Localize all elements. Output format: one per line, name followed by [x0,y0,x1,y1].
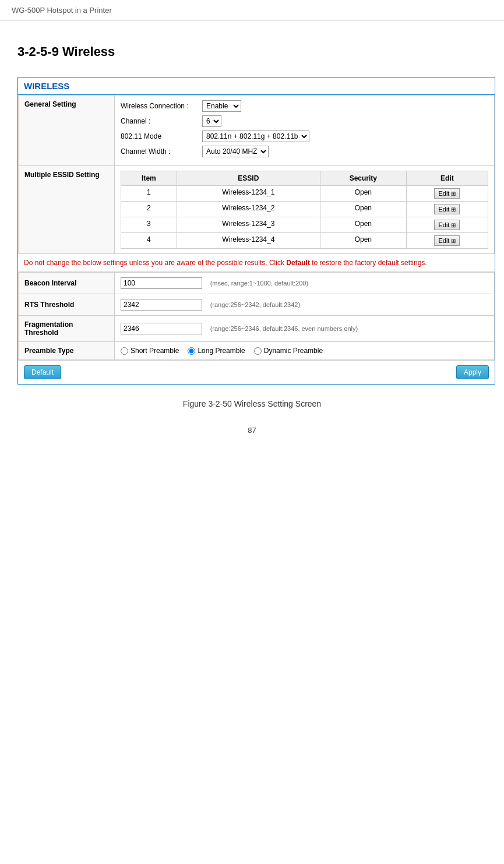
edit-icon-3: ⊞ [451,222,456,228]
edit-button-3[interactable]: Edit ⊞ [434,220,460,230]
beacon-interval-cell: (msec, range:1~1000, default:200) [115,273,495,294]
beacon-interval-row: Beacon Interval (msec, range:1~1000, def… [19,273,495,294]
preamble-radio-group: Short Preamble Long Preamble Dynamic Pre… [121,347,488,355]
edit-button-1[interactable]: Edit ⊞ [434,188,460,199]
edit-label-3: Edit [438,221,449,228]
general-setting-content: Wireless Connection : Enable Disable Cha… [115,96,495,166]
wireless-connection-label: Wireless Connection : [121,102,202,110]
security-3: Open [320,217,406,233]
advanced-settings-table: Beacon Interval (msec, range:1~1000, def… [18,272,495,360]
warning-text: Do not change the below settings unless … [18,254,495,272]
page-header: WG-500P Hotspot in a Printer [0,0,504,21]
channel-width-select[interactable]: Auto 20/40 MHZ 20 MHZ [202,146,269,157]
frag-threshold-row: Fragmentation Threshold (range:256~2346,… [19,316,495,342]
essid-table: Item ESSID Security Edit 1 Wireless-1234… [121,171,488,249]
edit-icon-2: ⊞ [451,206,456,213]
beacon-interval-label: Beacon Interval [19,273,115,294]
channel-row: Channel : 6 [121,115,488,127]
preamble-long-label[interactable]: Long Preamble [188,347,245,355]
col-item: Item [121,171,177,186]
item-2: 2 [121,202,177,217]
edit-label-4: Edit [438,237,449,244]
mode-label: 802.11 Mode [121,132,202,140]
table-row: 2 Wireless-1234_2 Open Edit ⊞ [121,202,488,217]
preamble-type-row: Preamble Type Short Preamble Long Preamb… [19,342,495,360]
default-button[interactable]: Default [24,365,61,379]
preamble-long-text: Long Preamble [198,347,245,355]
essid-4: Wireless-1234_4 [177,233,320,249]
mode-select[interactable]: 802.11n + 802.11g + 802.11b 802.11g + 80… [202,131,309,142]
channel-select[interactable]: 6 [202,115,221,127]
channel-width-label: Channel Width : [121,147,202,156]
wireless-header: WIRELESS [18,77,495,95]
preamble-short-label[interactable]: Short Preamble [121,347,179,355]
essid-content: Item ESSID Security Edit 1 Wireless-1234… [115,166,495,254]
edit-label-1: Edit [438,190,449,197]
essid-label: Multiple ESSID Setting [19,166,115,254]
table-row: 1 Wireless-1234_1 Open Edit ⊞ [121,186,488,202]
col-edit: Edit [406,171,488,186]
preamble-dynamic-text: Dynamic Preamble [264,347,323,355]
rts-threshold-hint: (range:256~2342, default:2342) [210,301,300,308]
frag-threshold-hint: (range:256~2346, default:2346, even numb… [210,325,358,332]
rts-threshold-row: RTS Threshold (range:256~2342, default:2… [19,294,495,316]
frag-threshold-cell: (range:256~2346, default:2346, even numb… [115,316,495,342]
preamble-dynamic-radio[interactable] [254,347,262,355]
rts-threshold-input[interactable] [121,299,202,311]
channel-label: Channel : [121,117,202,125]
essid-3: Wireless-1234_3 [177,217,320,233]
col-security: Security [320,171,406,186]
item-1: 1 [121,186,177,202]
buttons-row: Default Apply [18,360,495,384]
edit-icon-4: ⊞ [451,238,456,244]
edit-cell-3: Edit ⊞ [406,217,488,233]
security-2: Open [320,202,406,217]
edit-cell-1: Edit ⊞ [406,186,488,202]
item-3: 3 [121,217,177,233]
page-title: WG-500P Hotspot in a Printer [12,6,112,15]
warning-text-part1: Do not change the below settings unless … [24,259,286,267]
preamble-type-cell: Short Preamble Long Preamble Dynamic Pre… [115,342,495,360]
col-essid: ESSID [177,171,320,186]
edit-label-2: Edit [438,206,449,213]
page-number: 87 [17,426,487,435]
wireless-box: WIRELESS General Setting Wireless Connec… [17,77,495,385]
preamble-dynamic-label[interactable]: Dynamic Preamble [254,347,323,355]
essid-1: Wireless-1234_1 [177,186,320,202]
security-1: Open [320,186,406,202]
general-setting-label: General Setting [19,96,115,166]
beacon-interval-input[interactable] [121,277,202,289]
warning-text-part2: to restore the factory default settings. [310,259,427,267]
edit-icon-1: ⊞ [451,191,456,197]
essid-thead: Item ESSID Security Edit [121,171,488,186]
figure-caption: Figure 3-2-50 Wireless Setting Screen [17,399,487,408]
wireless-connection-row: Wireless Connection : Enable Disable [121,100,488,112]
edit-cell-2: Edit ⊞ [406,202,488,217]
warning-default-word: Default [286,259,310,267]
essid-setting-row: Multiple ESSID Setting Item ESSID Securi… [19,166,495,254]
apply-button[interactable]: Apply [456,365,489,379]
frag-threshold-input[interactable] [121,323,202,334]
preamble-short-text: Short Preamble [131,347,179,355]
preamble-long-radio[interactable] [188,347,195,355]
table-row: 4 Wireless-1234_4 Open Edit ⊞ [121,233,488,249]
wireless-connection-select[interactable]: Enable Disable [202,100,241,112]
table-row: 3 Wireless-1234_3 Open Edit ⊞ [121,217,488,233]
essid-header-row: Item ESSID Security Edit [121,171,488,186]
section-title: 3-2-5-9 Wireless [17,44,487,59]
settings-table: General Setting Wireless Connection : En… [18,95,495,254]
security-4: Open [320,233,406,249]
preamble-short-radio[interactable] [121,347,128,355]
edit-button-2[interactable]: Edit ⊞ [434,204,460,214]
main-content: 3-2-5-9 Wireless WIRELESS General Settin… [0,21,504,446]
rts-threshold-cell: (range:256~2342, default:2342) [115,294,495,316]
item-4: 4 [121,233,177,249]
preamble-type-label: Preamble Type [19,342,115,360]
edit-button-4[interactable]: Edit ⊞ [434,235,460,246]
rts-threshold-label: RTS Threshold [19,294,115,316]
essid-tbody: 1 Wireless-1234_1 Open Edit ⊞ [121,186,488,249]
mode-row: 802.11 Mode 802.11n + 802.11g + 802.11b … [121,131,488,142]
general-setting-row: General Setting Wireless Connection : En… [19,96,495,166]
edit-cell-4: Edit ⊞ [406,233,488,249]
beacon-interval-hint: (msec, range:1~1000, default:200) [210,280,308,287]
